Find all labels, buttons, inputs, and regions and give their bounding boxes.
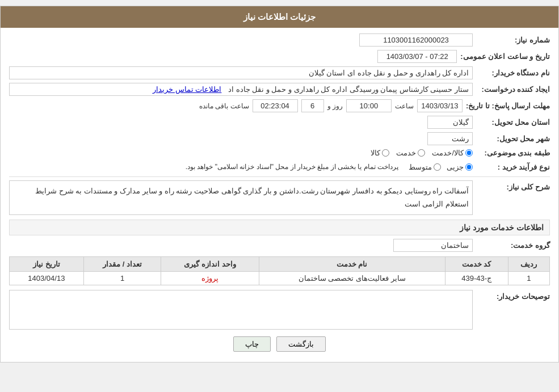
divider-1 [9, 176, 550, 177]
gorooh-khadamat-row: گروه خدمت: ساختمان [9, 239, 550, 252]
col-nam: نام خدمت [259, 256, 445, 271]
ijad-konande-row: ایجاد کننده درخواست: ستار حسینی کارشناس … [9, 83, 550, 96]
mohlat-label: مهلت ارسال پاسخ: تا تاریخ: [466, 102, 550, 110]
tabaqe-khadamat-radio[interactable] [418, 149, 425, 157]
ijad-konande-link[interactable]: اطلاعات تماس خریدار [153, 85, 221, 94]
services-table: ردیف کد خدمت نام خدمت واحد اندازه گیری ت… [9, 256, 550, 285]
cell-kod: ج-43-439 [445, 271, 508, 285]
col-tedad: تعداد / مقدار [83, 256, 161, 271]
farayand-jozii-radio[interactable] [465, 163, 473, 171]
farayand-motavaset-item: متوسط [409, 163, 441, 171]
ijad-konande-text: ستار حسینی کارشناس پیمان ورسیدگی اداره ک… [228, 85, 469, 94]
tabaqe-kala-khadamat-item: کالا/خدمت [432, 149, 473, 157]
table-row: 1 ج-43-439 سایر فعالیت‌های تخصصی ساختمان… [10, 271, 550, 285]
mohlat-row: مهلت ارسال پاسخ: تا تاریخ: 1403/03/13 سا… [9, 99, 550, 112]
cell-radif: 1 [508, 271, 549, 285]
farayand-note: پرداخت تمام یا بخشی از مبلغ خریدار از مح… [186, 161, 398, 173]
table-header-row: ردیف کد خدمت نام خدمت واحد اندازه گیری ت… [10, 256, 550, 271]
gorooh-khadamat-label: گروه خدمت: [476, 241, 550, 250]
tabaqe-kala-label: کالا [371, 149, 380, 157]
tabaqe-radio-group: کالا/خدمت خدمت کالا [371, 149, 473, 157]
farayand-motavaset-label: متوسط [409, 163, 432, 171]
khadamat-section-header: اطلاعات خدمات مورد نیاز [9, 220, 550, 235]
farayand-motavaset-radio[interactable] [434, 163, 441, 171]
cell-tarikh: 1403/04/13 [10, 271, 84, 285]
mohlat-rooz-label: روز و [327, 102, 343, 110]
tarikh-row: تاریخ و ساعت اعلان عمومی: 1403/03/07 - 0… [9, 50, 550, 63]
farayand-label: نوع فرآیند خرید : [476, 163, 550, 171]
farayand-jozii-label: جزیی [447, 163, 464, 171]
ostan-row: استان محل تحویل: گیلان [9, 116, 550, 129]
page-title: جزئیات اطلاعات نیاز [243, 12, 316, 22]
tarikh-label: تاریخ و ساعت اعلان عمومی: [460, 52, 550, 61]
cell-vahed[interactable]: پروژه [161, 271, 259, 285]
tabaqe-khadamat-item: خدمت [396, 149, 425, 157]
tabaqe-row: طبقه بندی موضوعی: کالا/خدمت خدمت کالا [9, 149, 550, 157]
nam-dastgah-label: نام دستگاه خریدار: [476, 69, 550, 77]
buttons-row: بازگشت چاپ [9, 336, 550, 352]
mohlat-baqi-label: ساعت باقی مانده [199, 102, 249, 110]
sharh-label: شرح کلی نیاز: [476, 180, 550, 191]
cell-tedad: 1 [83, 271, 161, 285]
ijad-konande-value: ستار حسینی کارشناس پیمان ورسیدگی اداره ک… [9, 83, 473, 96]
ijad-konande-label: ایجاد کننده درخواست: [476, 85, 550, 94]
shahr-value: رشت [427, 132, 473, 145]
col-radif: ردیف [508, 256, 549, 271]
page-header: جزئیات اطلاعات نیاز [1, 6, 558, 28]
mohlat-saat-label: ساعت [395, 102, 414, 110]
mohlat-rooz-value: 6 [301, 99, 324, 112]
gorooh-khadamat-value: ساختمان [393, 239, 473, 252]
mohlat-date: 1403/03/13 [417, 99, 463, 112]
tarikh-value: 1403/03/07 - 07:22 [377, 50, 457, 63]
col-vahed: واحد اندازه گیری [161, 256, 259, 271]
tabaqe-kala-khadamat-label: کالا/خدمت [432, 149, 464, 157]
tabaqe-khadamat-label: خدمت [396, 149, 416, 157]
sharh-value: آسفالت راه روستایی دیمکو به دافسار شهرست… [9, 180, 473, 215]
farayand-jozii-item: جزیی [447, 163, 473, 171]
shmare-niaz-value: 1103001162000023 [359, 33, 473, 47]
col-tarikh: تاریخ نیاز [10, 256, 84, 271]
ostan-label: استان محل تحویل: [476, 118, 550, 127]
back-button[interactable]: بازگشت [276, 336, 326, 352]
tabaqe-kala-radio[interactable] [382, 149, 389, 157]
services-table-section: ردیف کد خدمت نام خدمت واحد اندازه گیری ت… [9, 256, 550, 285]
farayand-options: جزیی متوسط [409, 163, 473, 171]
ostan-value: گیلان [427, 116, 473, 129]
print-button[interactable]: چاپ [233, 336, 271, 352]
cell-nam: سایر فعالیت‌های تخصصی ساختمان [259, 271, 445, 285]
tabaqe-kala-item: کالا [371, 149, 389, 157]
shahr-row: شهر محل تحویل: رشت [9, 132, 550, 145]
page-wrapper: جزئیات اطلاعات نیاز شماره نیاز: 11030011… [0, 6, 559, 363]
mohlat-baqi-value: 02:23:04 [253, 99, 298, 112]
mohlat-saat-value: 10:00 [346, 99, 392, 112]
tvsifat-section: توصیحات خریدار: [9, 290, 550, 330]
tabaqe-label: طبقه بندی موضوعی: [476, 149, 550, 157]
col-kod: کد خدمت [445, 256, 508, 271]
farayand-row: نوع فرآیند خرید : جزیی متوسط پرداخت تمام… [9, 161, 550, 173]
nam-dastgah-row: نام دستگاه خریدار: اداره کل راهداری و حم… [9, 66, 550, 79]
nam-dastgah-value: اداره کل راهداری و حمل و نقل جاده ای است… [9, 66, 473, 79]
tabaqe-kala-khadamat-radio[interactable] [465, 149, 473, 157]
tvsifat-textarea[interactable] [9, 290, 473, 330]
tvsifat-label: توصیحات خریدار: [476, 290, 550, 301]
shmare-niaz-label: شماره نیاز: [476, 36, 550, 44]
sharh-row: شرح کلی نیاز: آسفالت راه روستایی دیمکو ب… [9, 180, 550, 215]
shmare-niaz-row: شماره نیاز: 1103001162000023 [9, 33, 550, 47]
content-area: شماره نیاز: 1103001162000023 تاریخ و ساع… [1, 28, 558, 362]
shahr-label: شهر محل تحویل: [476, 134, 550, 143]
